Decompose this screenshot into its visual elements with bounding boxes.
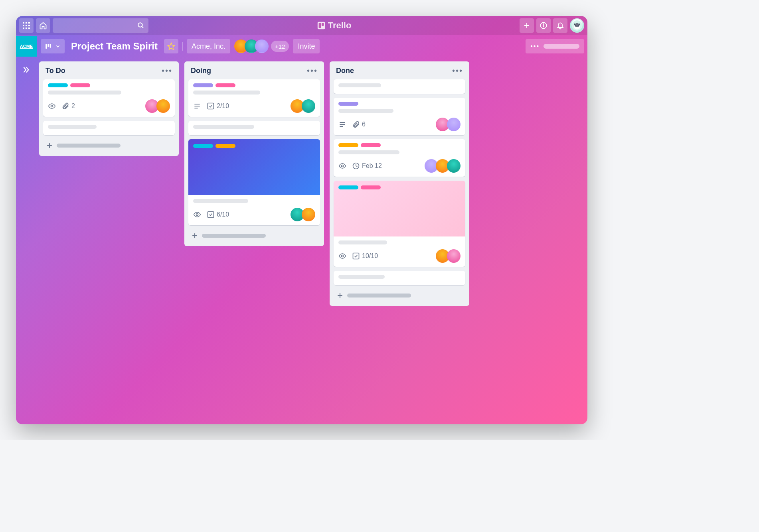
- star-icon: [167, 42, 175, 50]
- list-title[interactable]: Done: [336, 67, 354, 75]
- checklist-count: 6/10: [217, 211, 229, 218]
- list-menu-button[interactable]: •••: [162, 66, 172, 75]
- card[interactable]: 6/10: [188, 139, 320, 225]
- description-icon: [193, 102, 201, 110]
- home-button[interactable]: [36, 18, 50, 33]
- checklist-icon: [207, 102, 215, 110]
- invite-label: Invite: [298, 42, 315, 51]
- list-title[interactable]: Doing: [191, 67, 211, 75]
- card-title-placeholder: [48, 91, 121, 95]
- apps-launcher-button[interactable]: [19, 18, 34, 33]
- svg-point-23: [578, 26, 579, 26]
- paperclip-icon: [352, 120, 360, 128]
- board-title[interactable]: Project Team Spirit: [69, 41, 160, 52]
- svg-rect-4: [26, 25, 27, 26]
- create-button[interactable]: [520, 18, 534, 33]
- card-title-placeholder: [193, 91, 260, 95]
- user-avatar[interactable]: [570, 18, 584, 33]
- member-avatar[interactable]: [447, 118, 461, 131]
- card[interactable]: Feb 12: [334, 139, 465, 177]
- member-avatar[interactable]: [447, 249, 461, 263]
- svg-point-21: [575, 23, 579, 27]
- list-menu-button[interactable]: •••: [452, 66, 463, 75]
- label-pink[interactable]: [361, 185, 381, 189]
- checklist-icon: [207, 211, 215, 219]
- list-menu-button[interactable]: •••: [307, 66, 318, 75]
- checklist-icon: [352, 252, 360, 260]
- svg-rect-1: [26, 22, 27, 24]
- svg-rect-26: [50, 44, 51, 48]
- list-title[interactable]: To Do: [45, 67, 65, 75]
- card[interactable]: [188, 121, 320, 135]
- team-name: Acme, Inc.: [192, 42, 225, 51]
- plus-icon: [336, 292, 344, 299]
- watch-badge: [338, 252, 346, 260]
- card-title-placeholder: [338, 240, 387, 244]
- plus-icon: [191, 232, 199, 240]
- card[interactable]: 6: [334, 98, 465, 135]
- team-button[interactable]: Acme, Inc.: [187, 39, 230, 53]
- member-avatar[interactable]: [447, 159, 461, 173]
- label-yellow[interactable]: [338, 143, 358, 147]
- card-members: [293, 208, 315, 221]
- add-card-button[interactable]: [188, 229, 320, 242]
- svg-point-42: [342, 165, 344, 167]
- label-pink[interactable]: [361, 143, 381, 147]
- board-menu-button[interactable]: •••: [526, 39, 584, 53]
- board-view-switcher[interactable]: [41, 39, 65, 53]
- list-done: Done •••: [330, 61, 469, 306]
- plus-icon: [523, 22, 530, 29]
- card[interactable]: [43, 121, 175, 135]
- attachments-badge: 2: [61, 102, 75, 110]
- extra-members-count[interactable]: +12: [271, 41, 289, 52]
- card-title-placeholder: [338, 275, 385, 279]
- label-purple[interactable]: [193, 83, 213, 87]
- member-avatar[interactable]: [302, 99, 315, 113]
- label-yellow[interactable]: [215, 144, 235, 148]
- svg-rect-6: [23, 28, 24, 29]
- label-cyan[interactable]: [193, 144, 213, 148]
- eye-icon: [193, 211, 201, 219]
- menu-dots-icon: •••: [530, 43, 540, 50]
- attachments-count: 2: [71, 102, 75, 110]
- svg-rect-5: [28, 25, 30, 26]
- board-body: To Do •••: [16, 57, 587, 424]
- add-card-button[interactable]: [43, 139, 175, 152]
- add-card-button[interactable]: [334, 289, 465, 302]
- card[interactable]: 2/10: [188, 79, 320, 117]
- description-badge: [338, 120, 346, 128]
- board-members[interactable]: [234, 39, 269, 53]
- notifications-button[interactable]: [553, 18, 567, 33]
- card-title-placeholder: [338, 150, 399, 154]
- card-members: [427, 159, 461, 173]
- member-avatar[interactable]: [255, 39, 269, 53]
- label-pink[interactable]: [70, 83, 90, 87]
- label-cyan[interactable]: [338, 185, 358, 189]
- menu-placeholder: [544, 44, 579, 49]
- svg-rect-24: [45, 44, 47, 49]
- card[interactable]: 10/10: [334, 181, 465, 267]
- member-avatar[interactable]: [302, 208, 315, 221]
- label-cyan[interactable]: [48, 83, 68, 87]
- card[interactable]: 2: [43, 79, 175, 117]
- invite-button[interactable]: Invite: [293, 39, 320, 53]
- card[interactable]: [334, 79, 465, 94]
- card[interactable]: [334, 271, 465, 285]
- add-card-placeholder: [57, 144, 121, 148]
- card-title-placeholder: [338, 109, 393, 113]
- card-cover: [334, 181, 465, 236]
- checklist-badge: 2/10: [207, 102, 229, 110]
- workspace-badge[interactable]: ACME: [16, 36, 37, 57]
- star-board-button[interactable]: [164, 39, 178, 53]
- card-members: [438, 249, 461, 263]
- label-pink[interactable]: [215, 83, 235, 87]
- svg-point-35: [196, 214, 198, 216]
- sidebar-expand-button[interactable]: [16, 61, 36, 424]
- card-labels: [193, 83, 315, 87]
- search-input[interactable]: [53, 18, 148, 33]
- label-purple[interactable]: [338, 102, 358, 106]
- board-icon: [45, 43, 52, 50]
- member-avatar[interactable]: [156, 99, 170, 113]
- svg-point-22: [575, 26, 576, 26]
- info-button[interactable]: [536, 18, 551, 33]
